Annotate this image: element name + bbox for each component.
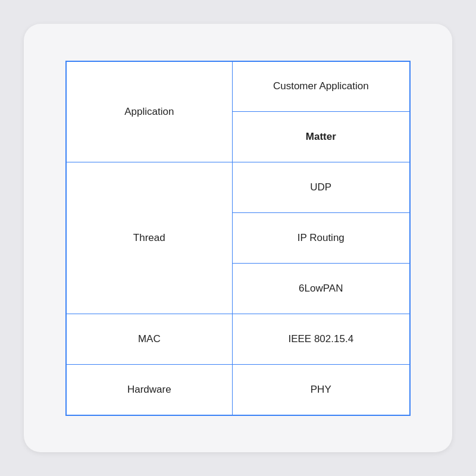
table-row: Thread UDP (66, 162, 410, 213)
table-row: Hardware PHY (66, 365, 410, 415)
phy-cell: PHY (232, 365, 410, 415)
udp-cell: UDP (232, 162, 410, 213)
matter-cell: Matter (232, 112, 410, 162)
ieee-cell: IEEE 802.15.4 (232, 314, 410, 365)
table-row: Application Customer Application (66, 61, 410, 112)
6lowpan-cell: 6LowPAN (232, 264, 410, 314)
thread-label: Thread (66, 162, 232, 314)
mac-label: MAC (66, 314, 232, 365)
customer-application-cell: Customer Application (232, 61, 410, 112)
ip-routing-cell: IP Routing (232, 213, 410, 264)
card: Application Customer Application Matter … (24, 24, 452, 452)
layer-table: Application Customer Application Matter … (65, 61, 411, 416)
application-label: Application (66, 61, 232, 162)
table-row: MAC IEEE 802.15.4 (66, 314, 410, 365)
hardware-label: Hardware (66, 365, 232, 415)
